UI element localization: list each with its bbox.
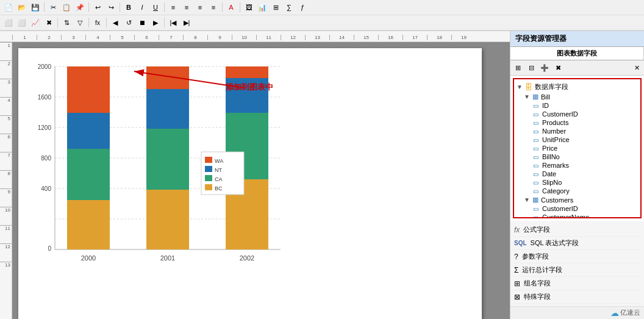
field-icon: ▭ (531, 120, 540, 126)
chart-btn[interactable]: 📊 (256, 1, 268, 13)
chart-annotation: 添加到图表中 (226, 82, 273, 93)
btn2-filter[interactable]: ▽ (74, 16, 86, 29)
btn2-cancel[interactable]: ✖ (43, 16, 55, 29)
btn2-chart[interactable]: 📈 (29, 16, 41, 29)
tree-table-bill[interactable]: ▼ ▦ Bill (517, 92, 638, 101)
expand-all-btn[interactable]: ⊞ (512, 62, 524, 74)
copy-btn[interactable]: 📋 (60, 1, 73, 13)
close-panel-btn[interactable]: ✕ (631, 62, 643, 74)
btn2-back[interactable]: ◀ (109, 16, 121, 29)
field-billno[interactable]: ▭ BillNo (517, 152, 638, 161)
field-customerid[interactable]: ▭ CustomerID (517, 110, 638, 118)
field-label: UnitPrice (542, 136, 570, 143)
collapse-all-btn[interactable]: ⊟ (525, 62, 537, 74)
field-date[interactable]: ▭ Date (517, 170, 638, 178)
field-icon: ▭ (531, 179, 540, 186)
ruler-mark: 7 (159, 35, 183, 40)
delete-field-btn[interactable]: ✖ (552, 62, 564, 74)
cut-btn[interactable]: ✂ (47, 1, 59, 13)
ruler-mark: 15 (354, 35, 378, 40)
field-label: Number (542, 127, 566, 135)
italic-btn[interactable]: I (136, 1, 148, 13)
field-icon: ▭ (531, 171, 540, 177)
group-fields-item[interactable]: ⊞ 组名字段 (513, 277, 642, 290)
v-mark: 1 (0, 42, 12, 60)
field-unitprice[interactable]: ▭ UnitPrice (517, 135, 638, 144)
ruler-mark: 5 (110, 35, 134, 40)
field-category[interactable]: ▭ Category (517, 187, 638, 195)
img-btn[interactable]: 🖼 (243, 1, 255, 13)
field-cust-customerid[interactable]: ▭ CustomerID (517, 204, 638, 213)
field-products[interactable]: ▭ Products (517, 118, 638, 127)
btn2-fwd[interactable]: ▶ (149, 16, 162, 29)
param-fields-item[interactable]: ? 参数字段 (513, 250, 642, 263)
v-mark: 9 (0, 188, 12, 207)
btn2-nav2[interactable]: ▶| (181, 16, 193, 29)
field-customername[interactable]: ▭ CustomerName (517, 213, 638, 218)
sep6 (240, 2, 240, 12)
fx-icon: fx (514, 226, 520, 234)
align-center-btn[interactable]: ≡ (181, 1, 193, 13)
svg-text:2002: 2002 (240, 254, 254, 262)
field-price[interactable]: ▭ Price (517, 144, 638, 152)
field-tree: ▼ 🗄 数据库字段 ▼ ▦ Bill ▭ ID ▭ CustomerID ▭ (513, 78, 642, 218)
sql-icon: SQL (514, 240, 527, 246)
bar-bc-2001 (146, 190, 189, 249)
db-fields-label: 数据库字段 (535, 82, 568, 91)
paste-btn[interactable]: 📌 (74, 1, 86, 13)
field-slipno[interactable]: ▭ SlipNo (517, 178, 638, 187)
btn2-fx[interactable]: fx (91, 16, 104, 29)
btn2-refresh[interactable]: ↺ (123, 16, 135, 29)
field-id[interactable]: ▭ ID (517, 101, 638, 110)
panel-bottom: fx 公式字段 SQL SQL 表达式字段 ? 参数字段 Σ 运行总计字段 ⊞ … (510, 221, 644, 306)
align-right-btn[interactable]: ≡ (194, 1, 206, 13)
field-label: CustomerID (542, 110, 578, 118)
field-remarks[interactable]: ▭ Remarks (517, 161, 638, 170)
add-field-btn[interactable]: ➕ (538, 62, 551, 74)
special-fields-item[interactable]: ⊠ 特殊字段 (513, 290, 642, 304)
btn2-2[interactable]: ⬜ (16, 16, 28, 29)
open-btn[interactable]: 📂 (16, 1, 28, 13)
field-label: Category (542, 187, 570, 195)
btn2-1[interactable]: ⬜ (2, 16, 15, 29)
panel-title: 字段资源管理器 (515, 34, 567, 43)
field-number[interactable]: ▭ Number (517, 127, 638, 135)
align-left-btn[interactable]: ≡ (167, 1, 179, 13)
v-mark: 7 (0, 152, 12, 170)
undo-btn[interactable]: ↩ (91, 1, 104, 13)
save-btn[interactable]: 💾 (29, 1, 41, 13)
btn2-stop[interactable]: ⏹ (136, 16, 148, 29)
field-icon: ▭ (531, 102, 540, 109)
justify-btn[interactable]: ≡ (207, 1, 220, 13)
font-color-btn[interactable]: A (225, 1, 237, 13)
underline-btn[interactable]: U (149, 1, 162, 13)
param-icon: ? (514, 253, 518, 261)
redo-btn[interactable]: ↪ (105, 1, 117, 13)
ruler-vertical: 1 2 3 4 5 6 7 8 9 10 11 12 13 (0, 42, 12, 319)
toolbar-row-2: ⬜ ⬜ 📈 ✖ ⇅ ▽ fx ◀ ↺ ⏹ ▶ |◀ ▶| (0, 15, 644, 30)
bar-ca-2001 (146, 129, 189, 190)
v-mark: 3 (0, 79, 12, 97)
btn2-sort[interactable]: ⇅ (60, 16, 73, 29)
bold-btn[interactable]: B (123, 1, 135, 13)
running-icon: Σ (514, 266, 518, 274)
running-total-item[interactable]: Σ 运行总计字段 (513, 263, 642, 277)
field-label: Price (542, 145, 557, 152)
formula-fields-item[interactable]: fx 公式字段 (513, 223, 642, 237)
formula-btn[interactable]: ∑ (283, 1, 295, 13)
field-label: CustomerID (542, 205, 578, 212)
tree-root-db-fields[interactable]: ▼ 🗄 数据库字段 (517, 82, 638, 92)
special-icon: ⊠ (514, 293, 520, 301)
field-label: CustomerName (542, 213, 589, 218)
tab-chart-data-fields[interactable]: 图表数据字段 (510, 47, 644, 60)
expand-icon: ▼ (524, 93, 530, 100)
new-file-btn[interactable]: 📄 (2, 1, 15, 13)
btn2-nav1[interactable]: |◀ (167, 16, 179, 29)
v-mark: 5 (0, 115, 12, 134)
tree-table-customers[interactable]: ▼ ▦ Customers (517, 195, 638, 204)
bar-wa-2001 (146, 66, 189, 89)
function-btn[interactable]: ƒ (296, 1, 309, 13)
sep4 (164, 2, 165, 12)
table-btn[interactable]: ⊞ (270, 1, 282, 13)
sql-fields-item[interactable]: SQL SQL 表达式字段 (513, 237, 642, 250)
